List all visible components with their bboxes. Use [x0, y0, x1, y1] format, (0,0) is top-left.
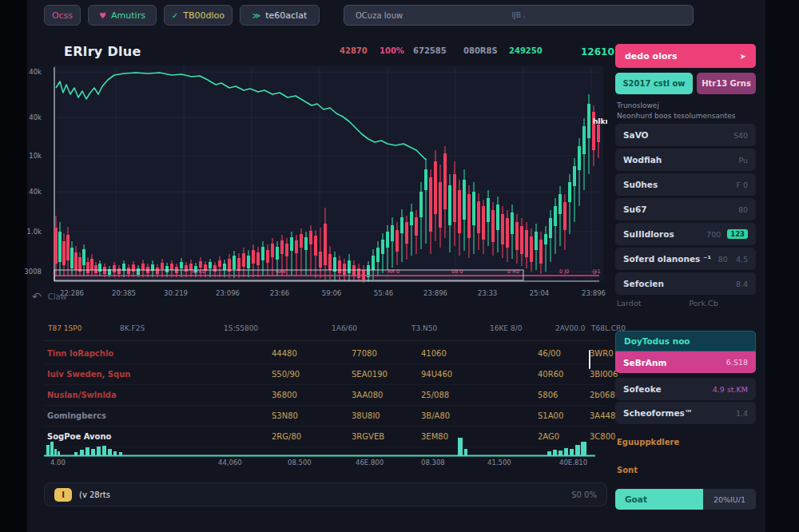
volume-bar: [581, 442, 586, 455]
y-tick-label: 3008: [24, 268, 42, 276]
sidebar-row-value2: 4.5: [736, 255, 748, 264]
orders-panel-header[interactable]: DoyTodus noo: [615, 331, 756, 351]
volume-bar: [113, 451, 117, 455]
table-cell: 36800: [272, 391, 297, 399]
candle-body: [443, 153, 447, 209]
volume-bar: [85, 447, 89, 455]
candle-body: [515, 222, 519, 250]
candle-body: [482, 206, 485, 240]
send-icon: ➤: [740, 52, 746, 61]
info-icon[interactable]: I: [54, 488, 72, 502]
sidebar-row-4[interactable]: Su6780: [615, 198, 756, 220]
table-header-cell: 8K.F2S: [120, 324, 145, 332]
volume-bar: [46, 445, 50, 455]
sidebar-row-2[interactable]: WodfiahPu: [615, 149, 756, 171]
sidebar-links: LardotPork.Cb: [617, 299, 756, 308]
chart-y-axis: 40k40k10k40k1.0k3008: [22, 64, 43, 292]
candle-body: [530, 236, 533, 262]
candle-body: [295, 240, 298, 253]
table-cell: 5806: [538, 391, 558, 399]
candle-body: [453, 174, 456, 222]
sidebar-row-label: Su67: [623, 204, 647, 214]
topbar-button-3[interactable]: ✓TB00dloo: [164, 5, 233, 26]
candle-body: [54, 228, 58, 264]
confirm-button[interactable]: Goat: [615, 489, 703, 510]
candle-body: [280, 240, 284, 254]
table-header-divider: [44, 340, 607, 341]
candle-body: [472, 192, 475, 225]
candle-body: [487, 198, 490, 222]
volume-bar: [80, 450, 84, 455]
sidebar-orange-link[interactable]: Eguuppkdlere: [617, 438, 679, 447]
volume-bar: [54, 449, 57, 455]
volume-strip[interactable]: [44, 438, 607, 457]
candle-body: [434, 161, 437, 214]
sidebar-row-5[interactable]: SuIIIdloros700123: [615, 223, 756, 245]
table-cell: S3N80: [272, 411, 298, 420]
table-cell: 3AA080: [352, 391, 383, 399]
market-table: T87 1SP08K.F2S1S:S58001A6/60T3.N5016KE 8…: [44, 320, 607, 447]
topbar-button-4[interactable]: ≫te60aclat: [240, 5, 320, 26]
topbar-button-label: TB00dloo: [183, 10, 225, 21]
orders-panel-highlight-row[interactable]: SeBrAnm 6.S18: [615, 351, 756, 373]
candle-body: [90, 259, 93, 270]
candle-body: [199, 261, 202, 268]
table-header-cell: 1S:S5800: [224, 324, 258, 332]
sidebar-row-3[interactable]: Su0hesF 0: [615, 173, 756, 196]
topbar-button-1[interactable]: Ocss: [44, 5, 81, 26]
candle-body: [448, 185, 451, 225]
table-header-cell: 2AV00.0: [555, 324, 586, 332]
sidebar-note-line: Trunoslowej: [617, 101, 756, 111]
volume-bar: [74, 452, 78, 455]
primary-action-button[interactable]: dedo olors ➤: [615, 44, 756, 68]
table-cell: 40R60: [538, 370, 563, 379]
candle-body: [333, 257, 336, 272]
chart-footer-tool[interactable]: ↶ Claw: [32, 290, 67, 303]
topbar-button-2[interactable]: ♥Amutirs: [88, 5, 157, 26]
right-sidebar: dedo olors ➤ S2017 cstl ow Htr13 Grns Tr…: [615, 0, 756, 532]
volume-axis-label: 08.308: [421, 459, 445, 466]
y-tick-label: 40k: [29, 68, 42, 76]
table-row: Tinn loRapchlo44480770804106046/003WR0: [44, 345, 607, 364]
sidebar-row-value: F 0: [736, 181, 748, 189]
table-row: Nuslan/Swlnlda368003AA08025/08858062b068…: [44, 387, 607, 406]
sidebar-link[interactable]: Lardot: [617, 299, 641, 308]
candle-body: [587, 104, 590, 138]
candle-body: [233, 256, 236, 269]
secondary-button[interactable]: 20%IU/1: [703, 489, 756, 510]
table-cell: S1A00: [538, 411, 563, 420]
sidebar-row-label: Soferd olanones ⁻¹: [623, 254, 711, 264]
volume-bar: [559, 451, 562, 455]
sidebar-row-value: Pu: [738, 156, 748, 165]
sidebar-note-line: Neonhurd boos tesolumensantes: [617, 111, 756, 121]
candlestick-chart-svg[interactable]: NTK06A6RR 008 00 R00 J0@1hlkr: [44, 64, 607, 292]
candle-body: [491, 210, 495, 242]
table-cell: 38U8I0: [352, 411, 380, 420]
price-chart[interactable]: NTK06A6RR 008 00 R00 J0@1hlkr: [44, 64, 607, 292]
table-header-cell: 1A6/60: [332, 324, 357, 332]
volume-axis-label: 08.500: [288, 459, 312, 466]
orders-row-1[interactable]: Sofeoke4.9 st.KM: [615, 378, 756, 400]
x-tick-label: 23:096: [216, 289, 240, 297]
sell-button[interactable]: Htr13 Grns: [697, 73, 756, 94]
table-row: GomlngbercsS3N8038U8I03B/A80S1A003A4480: [44, 407, 607, 427]
volume-axis-label: 4.00: [50, 459, 66, 466]
orders-row-2[interactable]: Scheoformes™1.4: [615, 402, 756, 424]
price-stat-3: 672585: [413, 46, 447, 55]
candle-body: [290, 237, 293, 251]
last-price-tag: hlkr: [593, 117, 607, 125]
sidebar-row-1[interactable]: SaVOS40: [615, 124, 756, 146]
table-cell: S50/90: [272, 370, 300, 379]
buy-button[interactable]: S2017 cstl ow: [615, 73, 693, 94]
volume-bars-svg: [44, 438, 607, 457]
sidebar-row-7[interactable]: Sefocien8.4: [615, 272, 756, 295]
y-tick-label: 10k: [29, 152, 42, 160]
price-stat-1: 42870: [340, 46, 368, 55]
sidebar-row-6[interactable]: Soferd olanones ⁻¹804.5: [615, 248, 756, 270]
sidebar-link[interactable]: Pork.Cb: [689, 299, 718, 308]
topbar-button-label: Amutirs: [111, 10, 145, 21]
primary-action-label: dedo olors: [625, 51, 677, 62]
candle-body: [70, 248, 74, 268]
sidebar-orange-link[interactable]: Sont: [617, 466, 638, 474]
sidebar-row-value: 80: [738, 205, 748, 214]
